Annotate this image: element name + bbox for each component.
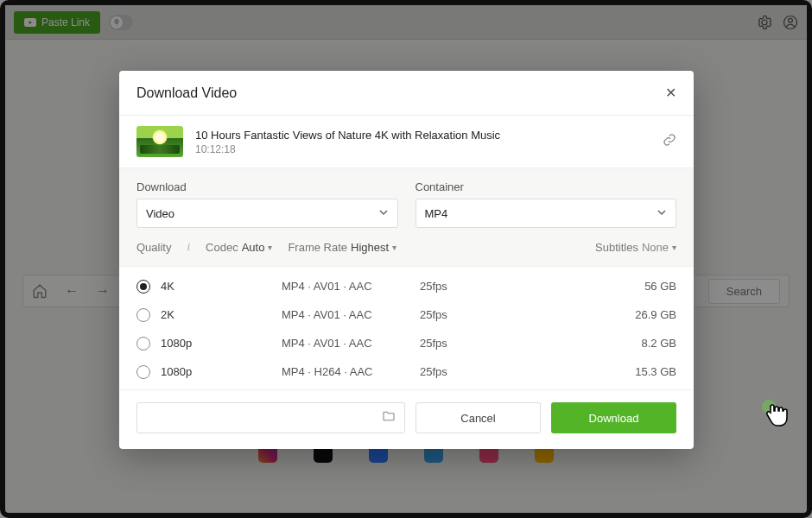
info-icon[interactable]: i [187, 240, 190, 254]
quality-format: MP4 · H264 · AAC [282, 365, 420, 378]
framerate-value: Highest [351, 241, 389, 254]
quality-fps: 25fps [420, 280, 489, 293]
video-title: 10 Hours Fantastic Views of Nature 4K wi… [195, 129, 650, 142]
save-path-input[interactable] [136, 402, 405, 433]
container-select[interactable]: MP4 [416, 199, 677, 228]
quality-row[interactable]: 2KMP4 · AV01 · AAC25fps26.9 GB [136, 300, 676, 329]
quality-format: MP4 · AV01 · AAC [282, 308, 420, 321]
chevron-down-icon: ▾ [392, 243, 396, 252]
download-type-value: Video [146, 207, 174, 220]
codec-filter[interactable]: Codec Auto ▾ [206, 241, 272, 254]
quality-size: 8.2 GB [642, 337, 676, 350]
folder-icon[interactable] [382, 409, 396, 426]
quality-fps: 25fps [420, 308, 489, 321]
cancel-button[interactable]: Cancel [416, 402, 541, 433]
quality-row[interactable]: 1080pMP4 · H264 · AAC25fps15.3 GB [136, 357, 676, 386]
download-type-label: Download [136, 180, 398, 193]
quality-resolution: 2K [161, 308, 282, 321]
quality-resolution: 1080p [161, 337, 282, 350]
quality-size: 56 GB [644, 280, 676, 293]
quality-fps: 25fps [420, 365, 489, 378]
close-icon[interactable]: ✕ [665, 85, 676, 101]
quality-size: 26.9 GB [635, 308, 676, 321]
codec-label: Codec [206, 241, 238, 254]
quality-fps: 25fps [420, 337, 489, 350]
video-thumbnail [136, 126, 183, 157]
subtitles-label: Subtitles [595, 241, 638, 254]
container-label: Container [416, 180, 677, 193]
chevron-down-icon [657, 207, 667, 220]
radio-icon [136, 308, 150, 322]
modal-title: Download Video [136, 85, 237, 101]
download-type-select[interactable]: Video [136, 199, 398, 228]
link-icon[interactable] [663, 133, 676, 150]
chevron-down-icon [378, 207, 389, 220]
chevron-down-icon: ▾ [268, 243, 272, 252]
download-video-modal: Download Video ✕ 10 Hours Fantastic View… [119, 71, 694, 449]
subtitles-filter[interactable]: Subtitles None ▾ [595, 241, 676, 254]
quality-resolution: 1080p [161, 365, 282, 378]
radio-icon [136, 365, 150, 379]
quality-list: 4KMP4 · AV01 · AAC25fps56 GB2KMP4 · AV01… [119, 267, 694, 386]
quality-format: MP4 · AV01 · AAC [282, 280, 420, 293]
framerate-filter[interactable]: Frame Rate Highest ▾ [288, 241, 396, 254]
quality-row[interactable]: 1080pMP4 · AV01 · AAC25fps8.2 GB [136, 329, 676, 357]
quality-format: MP4 · AV01 · AAC [282, 337, 420, 350]
quality-resolution: 4K [161, 280, 282, 293]
radio-icon [136, 337, 150, 351]
video-duration: 10:12:18 [195, 143, 650, 155]
quality-row[interactable]: 4KMP4 · AV01 · AAC25fps56 GB [136, 272, 676, 300]
quality-size: 15.3 GB [635, 365, 676, 378]
quality-filter-label: Quality [136, 241, 171, 254]
video-info-row: 10 Hours Fantastic Views of Nature 4K wi… [119, 116, 694, 167]
subtitles-value: None [642, 241, 669, 254]
chevron-down-icon: ▾ [672, 243, 676, 252]
framerate-label: Frame Rate [288, 241, 347, 254]
download-button[interactable]: Download [551, 402, 676, 433]
container-value: MP4 [425, 207, 448, 220]
codec-value: Auto [242, 241, 265, 254]
radio-icon [136, 280, 150, 294]
